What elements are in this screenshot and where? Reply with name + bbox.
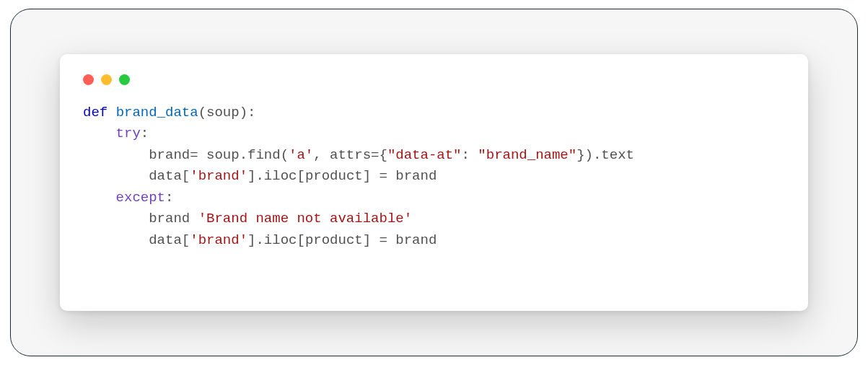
zoom-icon [119,74,130,85]
punct: : [165,190,173,206]
kw-def: def [83,105,108,120]
string-literal: 'a' [289,147,313,163]
fn-params: (soup): [198,105,256,120]
window-controls [83,74,785,85]
code-text: data[ [83,232,190,248]
close-icon [83,74,94,85]
punct: : [141,126,149,141]
code-text: ].iloc[product] = brand [247,232,437,248]
code-text: data[ [83,168,190,184]
kw-except: except [116,190,165,206]
outer-card: def brand_data(soup): try: brand= soup.f… [10,9,858,356]
code-text: : [462,147,478,163]
code-text: , attrs={ [313,147,387,163]
string-literal: "data-at" [387,147,462,163]
minimize-icon [101,74,112,85]
code-text: }).text [577,147,634,163]
string-literal: 'brand' [190,232,247,248]
code-text: brand [83,211,198,227]
kw-try: try [116,126,141,141]
code-block: def brand_data(soup): try: brand= soup.f… [83,102,785,251]
string-literal: "brand_name" [478,147,577,163]
code-text: brand= soup.find( [83,147,289,163]
string-literal: 'Brand name not available' [198,211,412,227]
string-literal: 'brand' [190,168,247,184]
code-text: ].iloc[product] = brand [247,168,437,184]
code-card: def brand_data(soup): try: brand= soup.f… [60,54,808,311]
fn-name: brand_data [116,105,198,120]
